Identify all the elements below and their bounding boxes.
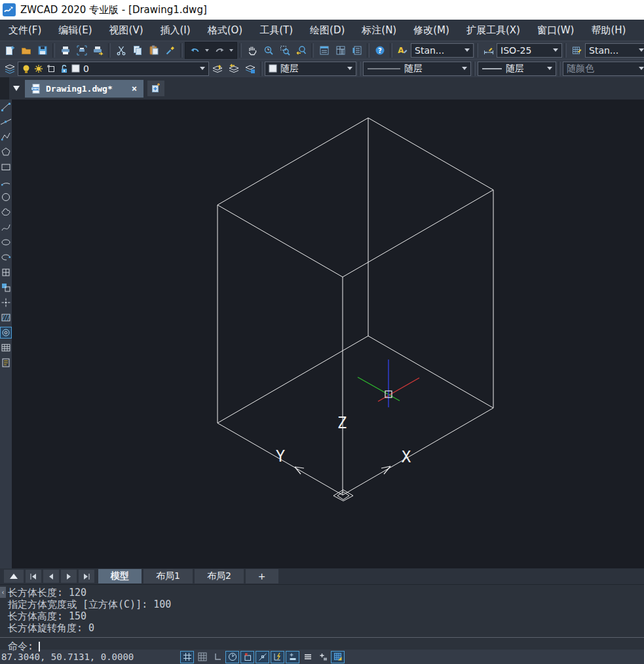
hatch-button[interactable] [1,312,11,323]
plot-style-select[interactable]: 随颜色 [563,62,644,76]
menu-dimension[interactable]: 标注(N) [353,20,405,41]
print-button[interactable] [57,43,73,58]
command-line-panel[interactable]: ‹ 长方体长度: 120 指定方体宽度或 [立方体(C)]: 100 长方体高度… [0,584,644,650]
pan-button[interactable] [244,43,260,58]
design-center-button[interactable] [332,43,349,58]
color-select[interactable]: 随层 [265,62,356,76]
add-layout-button[interactable]: + [246,569,278,583]
new-file-button[interactable] [1,43,18,58]
menu-format[interactable]: 格式(O) [199,20,252,41]
line-button[interactable] [1,101,11,112]
rectangle-button[interactable] [1,162,11,172]
properties-palette-button[interactable] [316,43,332,58]
document-tab[interactable]: DWG Drawing1.dwg* × [25,80,143,98]
polyline-button[interactable] [1,132,11,142]
svg-text:?: ? [378,46,382,54]
tool-palette-button[interactable] [349,43,365,58]
menu-tools[interactable]: 工具(T) [251,20,301,41]
menu-draw[interactable]: 绘图(D) [301,20,353,41]
layer-previous-button[interactable] [225,61,242,77]
redo-button[interactable] [211,43,227,58]
save-file-button[interactable] [34,43,50,58]
dim-style-button[interactable] [480,43,497,58]
table-style-select[interactable]: Stan... [585,43,644,58]
tab-layout1[interactable]: 布局1 [143,569,193,583]
zoom-realtime-button[interactable] [260,43,276,58]
previous-tab-button[interactable] [43,570,59,583]
menu-express-tools[interactable]: 扩展工具(X) [458,20,529,41]
undo-icon [190,45,200,56]
expand-tabs-button[interactable] [4,570,24,583]
lineweight-select[interactable]: 随层 [478,62,556,76]
tab-layout2[interactable]: 布局2 [195,569,244,583]
layer-select[interactable]: 0 [18,62,209,76]
menu-edit[interactable]: 编辑(E) [50,20,100,41]
region-button[interactable] [1,327,11,338]
first-tab-button[interactable] [26,570,41,583]
arc-button[interactable] [1,177,11,187]
toolbar-separator [52,43,55,58]
plot-button[interactable] [90,43,106,58]
toolbar-separator [473,62,476,76]
tab-model[interactable]: 模型 [98,569,142,583]
layer-vp-freeze-icon[interactable] [47,64,56,73]
text-style-button[interactable]: A [394,43,411,58]
dim-style-select[interactable]: ISO-25 [497,43,562,58]
point-button[interactable] [1,297,11,308]
new-tab-icon [151,83,161,94]
line-icon [1,101,11,112]
document-tab-bar: DWG Drawing1.dwg* × [0,77,644,100]
layer-freeze-sun-icon[interactable] [34,64,43,73]
layer-states-button[interactable] [242,61,258,77]
undo-button[interactable] [187,43,203,58]
menu-help[interactable]: 帮助(H) [582,20,634,41]
revision-cloud-button[interactable] [1,207,11,217]
drawing-canvas[interactable]: ZXY [12,100,644,568]
table-style-button[interactable] [569,43,585,58]
menu-file[interactable]: 文件(F) [0,20,50,41]
construction-line-button[interactable] [1,117,11,127]
polygon-button[interactable] [1,147,11,157]
command-prompt[interactable]: 命令: [8,640,644,653]
last-tab-button[interactable] [79,570,94,583]
menu-insert[interactable]: 插入(I) [152,20,199,41]
first-arrow-icon [30,574,37,580]
text-style-select[interactable]: Stan... [411,43,474,58]
make-block-button[interactable] [1,282,11,293]
zoom-previous-button[interactable] [293,43,309,58]
zoom-window-button[interactable] [276,43,293,58]
linetype-select[interactable]: 随层 [363,62,471,76]
make-layer-current-button[interactable] [209,61,225,77]
open-file-button[interactable] [18,43,34,58]
close-tab-icon[interactable]: × [132,83,137,94]
ellipse-arc-button[interactable] [1,252,11,263]
layer-color-swatch[interactable] [71,64,80,73]
insert-block-button[interactable] [1,267,11,278]
next-tab-button[interactable] [61,570,77,583]
layer-on-bulb-icon[interactable] [22,64,31,73]
layer-properties-button[interactable] [1,61,18,77]
circle-button[interactable] [1,192,11,202]
menu-bar: 文件(F) 编辑(E) 视图(V) 插入(I) 格式(O) 工具(T) 绘图(D… [0,20,644,41]
print-preview-button[interactable] [73,43,90,58]
layer-unlock-icon[interactable] [59,64,68,73]
mtext-button[interactable] [1,358,11,368]
table-button[interactable] [1,342,11,353]
menu-modify[interactable]: 修改(M) [405,20,458,41]
copy-button[interactable] [129,43,145,58]
spline-button[interactable] [1,222,11,232]
ellipse-button[interactable] [1,237,11,248]
doc-tab-list-button[interactable] [9,80,24,97]
redo-dropdown-caret[interactable] [229,49,233,52]
open-file-icon [21,45,31,56]
command-history-collapse[interactable]: ‹ [0,587,6,598]
paste-button[interactable] [145,43,162,58]
new-document-tab-button[interactable] [147,81,164,96]
menu-window[interactable]: 窗口(W) [529,20,583,41]
help-button[interactable]: ? [371,43,388,58]
zoom-previous-icon [296,45,307,56]
format-painter-button[interactable] [162,43,178,58]
undo-dropdown-caret[interactable] [205,49,209,52]
menu-view[interactable]: 视图(V) [101,20,152,41]
cut-button[interactable] [113,43,129,58]
